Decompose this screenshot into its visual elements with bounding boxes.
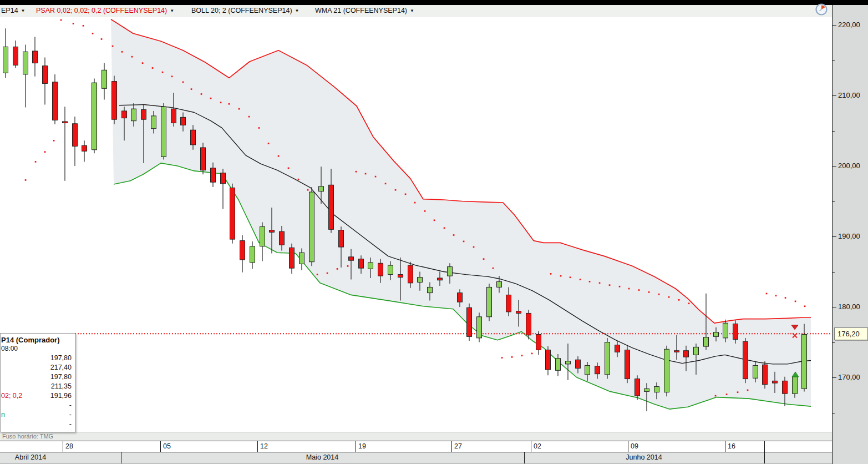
candle-up[interactable] bbox=[161, 107, 166, 157]
candle-down[interactable] bbox=[82, 145, 87, 151]
psar-dot bbox=[375, 176, 377, 178]
candle-up[interactable] bbox=[723, 323, 728, 338]
candle-up[interactable] bbox=[605, 342, 610, 375]
psar-dot bbox=[531, 353, 533, 355]
candle-down[interactable] bbox=[290, 248, 295, 268]
candle-down[interactable] bbox=[53, 82, 58, 120]
candle-up[interactable] bbox=[487, 287, 492, 316]
candle-down[interactable] bbox=[516, 311, 521, 314]
indicator-menu-item[interactable]: EP14▼ bbox=[1, 7, 26, 14]
candle-up[interactable] bbox=[714, 332, 719, 337]
candle-up[interactable] bbox=[664, 349, 669, 392]
candle-down[interactable] bbox=[763, 365, 768, 385]
candle-down[interactable] bbox=[63, 122, 68, 123]
candle-up[interactable] bbox=[260, 226, 265, 246]
candle-down[interactable] bbox=[33, 51, 38, 63]
candle-up[interactable] bbox=[694, 347, 699, 355]
candle-down[interactable] bbox=[506, 295, 511, 311]
candle-up[interactable] bbox=[802, 335, 807, 389]
candle-down[interactable] bbox=[398, 275, 403, 278]
candle-up[interactable] bbox=[644, 389, 649, 391]
candle-up[interactable] bbox=[585, 365, 590, 375]
chevron-down-icon[interactable]: ▼ bbox=[21, 8, 26, 13]
candle-down[interactable] bbox=[270, 230, 275, 233]
psar-dot bbox=[560, 275, 562, 277]
candle-down[interactable] bbox=[576, 360, 581, 368]
candle-down[interactable] bbox=[221, 173, 226, 184]
price-axis[interactable]: 176,20 220,00210,00200,00190,00180,00170… bbox=[832, 5, 868, 464]
candle-down[interactable] bbox=[743, 341, 748, 379]
date-axis[interactable]: 2805121927020916 bbox=[0, 441, 832, 452]
candle-up[interactable] bbox=[300, 253, 304, 264]
candle-down[interactable] bbox=[438, 278, 443, 280]
indicator-menu-item[interactable]: PSAR 0,02; 0,02; 0,2 (COFFEENYSEP14)▼ bbox=[36, 7, 174, 14]
candle-down[interactable] bbox=[73, 124, 78, 147]
candle-down[interactable] bbox=[181, 117, 186, 125]
candle-down[interactable] bbox=[458, 293, 463, 302]
candle-down[interactable] bbox=[625, 350, 630, 379]
candle-down[interactable] bbox=[536, 335, 541, 350]
candle-up[interactable] bbox=[418, 278, 423, 283]
candle-down[interactable] bbox=[141, 109, 146, 119]
candle-down[interactable] bbox=[201, 148, 206, 170]
month-cell-label: Maio 2014 bbox=[306, 453, 338, 461]
candle-down[interactable] bbox=[122, 111, 127, 118]
candle-down[interactable] bbox=[230, 188, 235, 239]
candle-up[interactable] bbox=[428, 287, 433, 292]
candle-up[interactable] bbox=[654, 387, 659, 392]
candle-up[interactable] bbox=[250, 246, 255, 263]
candle-up[interactable] bbox=[556, 359, 561, 371]
candle-up[interactable] bbox=[368, 263, 373, 269]
candle-up[interactable] bbox=[23, 52, 28, 74]
candle-down[interactable] bbox=[408, 265, 413, 283]
candle-up[interactable] bbox=[753, 365, 758, 378]
chevron-down-icon[interactable]: ▼ bbox=[410, 8, 414, 13]
candle-down[interactable] bbox=[595, 366, 600, 374]
candle-down[interactable] bbox=[171, 109, 176, 123]
candle-up[interactable] bbox=[566, 361, 571, 364]
candle-up[interactable] bbox=[131, 109, 136, 121]
candle-down[interactable] bbox=[13, 47, 18, 65]
candle-up[interactable] bbox=[388, 265, 393, 275]
candle-up[interactable] bbox=[448, 267, 453, 276]
candle-down[interactable] bbox=[615, 345, 620, 352]
candle-up[interactable] bbox=[92, 83, 97, 150]
candle-down[interactable] bbox=[773, 381, 778, 383]
candle-down[interactable] bbox=[783, 381, 788, 394]
candle-down[interactable] bbox=[211, 168, 216, 182]
candle-up[interactable] bbox=[704, 337, 709, 347]
date-cell-border bbox=[764, 441, 765, 452]
trading-chart-window: EP14▼PSAR 0,02; 0,02; 0,2 (COFFEENYSEP14… bbox=[0, 0, 868, 464]
candle-down[interactable] bbox=[674, 351, 679, 352]
candle-up[interactable] bbox=[309, 192, 314, 262]
candle-down[interactable] bbox=[43, 66, 48, 84]
candle-down[interactable] bbox=[329, 185, 334, 229]
candle-down[interactable] bbox=[359, 259, 364, 269]
candle-down[interactable] bbox=[467, 307, 472, 336]
candle-up[interactable] bbox=[3, 47, 8, 73]
candle-down[interactable] bbox=[378, 263, 383, 276]
candle-up[interactable] bbox=[102, 70, 107, 88]
candle-down[interactable] bbox=[733, 324, 738, 339]
candle-down[interactable] bbox=[635, 379, 640, 396]
candle-up[interactable] bbox=[319, 186, 324, 191]
candle-down[interactable] bbox=[339, 230, 344, 247]
candle-up[interactable] bbox=[793, 377, 798, 394]
candle-up[interactable] bbox=[497, 281, 502, 287]
candle-down[interactable] bbox=[280, 231, 285, 245]
candle-up[interactable] bbox=[151, 116, 156, 129]
indicator-menu-item[interactable]: BOLL 20; 2 (COFFEENYSEP14)▼ bbox=[191, 7, 299, 14]
indicator-menu-item[interactable]: WMA 21 (COFFEENYSEP14)▼ bbox=[315, 7, 414, 14]
candle-down[interactable] bbox=[546, 350, 551, 370]
chevron-down-icon[interactable]: ▼ bbox=[295, 8, 300, 13]
candle-down[interactable] bbox=[112, 82, 117, 120]
candle-down[interactable] bbox=[191, 130, 196, 145]
candle-down[interactable] bbox=[526, 313, 531, 335]
month-axis[interactable]: Abril 2014Maio 2014Junho 2014 bbox=[0, 452, 832, 464]
candle-down[interactable] bbox=[240, 241, 245, 260]
candle-down[interactable] bbox=[684, 351, 689, 357]
candle-down[interactable] bbox=[349, 257, 354, 260]
candlestick-chart[interactable] bbox=[0, 0, 832, 432]
chevron-down-icon[interactable]: ▼ bbox=[170, 8, 174, 13]
candle-up[interactable] bbox=[477, 317, 482, 338]
